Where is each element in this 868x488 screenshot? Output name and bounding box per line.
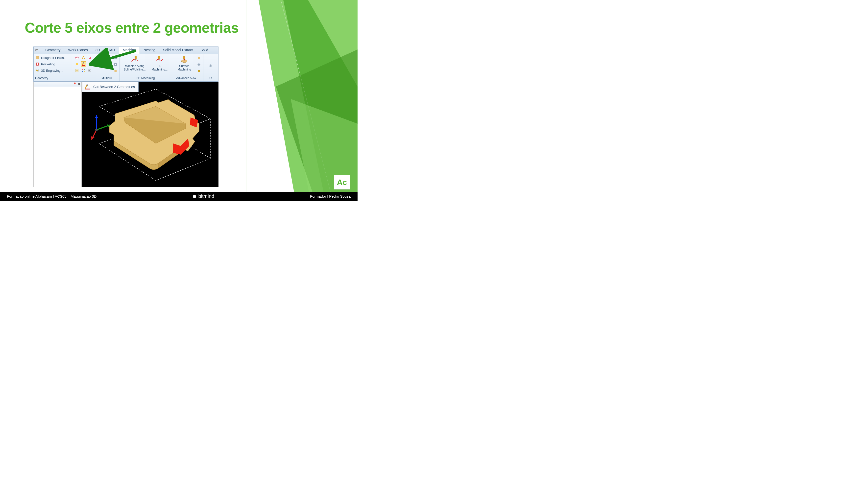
svg-marker-1 (283, 0, 358, 201)
svg-rect-17 (84, 71, 85, 72)
svg-point-29 (114, 70, 117, 72)
surface-machining-label: Surface Machining (175, 64, 194, 71)
3d-viewport[interactable]: Cut Between 2 Geometries (82, 82, 218, 187)
svg-rect-20 (101, 57, 102, 60)
svg-rect-16 (82, 71, 83, 72)
pocketing-icon (35, 62, 39, 66)
pocketing-button[interactable]: Pocketing... (35, 62, 73, 66)
group-geometry-label: Geometry (35, 76, 93, 80)
geo-misc-icon-3a[interactable] (74, 68, 80, 73)
svg-rect-11 (37, 63, 38, 65)
pin-icon[interactable]: 📍 (73, 83, 77, 86)
svg-rect-6 (36, 56, 39, 59)
svg-rect-14 (82, 69, 83, 70)
group-multidrill-label: Multidrill (101, 76, 112, 80)
svg-point-40 (87, 84, 88, 86)
geo-misc-icon-1a[interactable] (74, 55, 80, 60)
group-3d-machining-label: 3D Machining (136, 76, 155, 80)
st-top: St (209, 64, 212, 67)
svg-point-8 (76, 57, 78, 58)
machine-along-spline-icon (130, 56, 139, 64)
software-screenshot: w Geometry Work Planes 3D CAD Machine Ne… (33, 46, 218, 187)
svg-marker-23 (101, 60, 102, 61)
st-bottom: St (209, 76, 212, 80)
ribbon-group-geometry: Rough or Finish... Pocketing... (34, 54, 94, 82)
alphacam-logo: Ac (334, 175, 350, 190)
tooltip-cut-between-2-geometries: Cut Between 2 Geometries (82, 82, 138, 92)
svg-rect-21 (103, 57, 104, 60)
rough-finish-label: Rough or Finish... (41, 56, 67, 60)
svg-marker-25 (105, 60, 106, 61)
ribbon-group-multidrill: Multidrill... Multidrill (94, 54, 120, 82)
3d-machining-button[interactable]: 3D Machining... (149, 55, 170, 72)
surface-machining-icon (180, 56, 189, 64)
tooltip-icon (84, 83, 91, 90)
tab-geometry[interactable]: Geometry (41, 47, 64, 54)
side-panel: 📍 × (33, 82, 82, 187)
multidrill-button[interactable]: Multidrill... (95, 55, 112, 68)
tab-nesting[interactable]: Nesting (140, 47, 159, 54)
svg-rect-28 (115, 64, 116, 65)
multidrill-aux-1[interactable] (113, 56, 118, 61)
rough-or-finish-button[interactable]: Rough or Finish... (35, 56, 73, 60)
engraving-icon (35, 68, 39, 73)
group-adv5-label: Advanced 5-Ax... (176, 76, 199, 80)
3d-machining-label: 3D Machining... (150, 64, 168, 71)
geo-misc-icon-1b[interactable] (81, 55, 86, 60)
tab-partial-left: w (34, 47, 41, 54)
pocketing-label: Pocketing... (41, 62, 58, 66)
tab-solid-model-extract[interactable]: Solid Model Extract (159, 47, 197, 54)
adv5-aux-2[interactable] (196, 62, 202, 67)
ribbon-tabs: w Geometry Work Planes 3D CAD Machine Ne… (33, 46, 218, 54)
geo-misc-icon-1c[interactable] (87, 55, 93, 60)
adv5-aux-1[interactable] (196, 56, 202, 61)
decorative-triangles (246, 0, 358, 201)
multidrill-icon (99, 56, 108, 64)
surface-machining-button[interactable]: Surface Machining (174, 55, 195, 72)
svg-marker-2 (246, 0, 333, 201)
svg-rect-30 (134, 56, 136, 59)
engraving-label: 3D Engraving... (41, 69, 63, 72)
svg-marker-0 (258, 0, 358, 201)
svg-marker-46 (91, 136, 95, 140)
tab-machine[interactable]: Machine (119, 46, 140, 54)
ribbon-group-partial-st: St St (204, 54, 218, 82)
brand-icon (192, 194, 197, 199)
page-title: Corte 5 eixos entre 2 geometrias (25, 19, 239, 36)
svg-rect-22 (105, 57, 106, 60)
3d-machining-icon (155, 56, 164, 64)
cut-between-2-geometries-button[interactable] (81, 61, 86, 67)
adv5-aux-3[interactable] (196, 68, 202, 74)
ribbon-body: Rough or Finish... Pocketing... (33, 54, 218, 82)
svg-point-19 (89, 70, 90, 71)
footer-right: Formador | Pedro Sousa (310, 194, 351, 198)
ribbon-group-3d-machining: Machine Along Spline/Polyline... 3D Mach… (120, 54, 172, 82)
multidrill-aux-2[interactable] (113, 62, 118, 67)
svg-rect-35 (183, 56, 185, 59)
close-icon[interactable]: × (78, 83, 80, 86)
geo-misc-icon-3b[interactable] (81, 68, 86, 73)
geo-misc-icon-2a[interactable] (74, 61, 80, 67)
tab-cad[interactable]: CAD (104, 47, 119, 54)
svg-marker-42 (95, 115, 98, 118)
geo-misc-icon-3c[interactable] (87, 68, 93, 73)
svg-marker-39 (197, 69, 200, 72)
svg-marker-38 (197, 63, 200, 66)
svg-rect-15 (84, 69, 85, 70)
svg-point-12 (83, 62, 84, 63)
3d-scene (82, 82, 218, 187)
svg-marker-9 (89, 56, 91, 59)
tab-3d[interactable]: 3D (92, 47, 104, 54)
multidrill-aux-3[interactable] (113, 68, 118, 74)
footer-left: Formação online Alphacam | ACS05 – Maqui… (7, 194, 96, 198)
multidrill-label: Multidrill... (97, 64, 111, 68)
tab-workplanes[interactable]: Work Planes (65, 47, 92, 54)
footer-bar: Formação online Alphacam | ACS05 – Maqui… (0, 192, 358, 201)
3d-engraving-button[interactable]: 3D Engraving... (35, 68, 73, 73)
machine-along-spline-button[interactable]: Machine Along Spline/Polyline... (121, 55, 148, 72)
svg-rect-26 (114, 57, 117, 59)
svg-point-47 (95, 129, 98, 131)
svg-marker-37 (197, 57, 200, 60)
geo-misc-icon-2c[interactable] (87, 61, 93, 67)
svg-rect-32 (158, 56, 160, 59)
